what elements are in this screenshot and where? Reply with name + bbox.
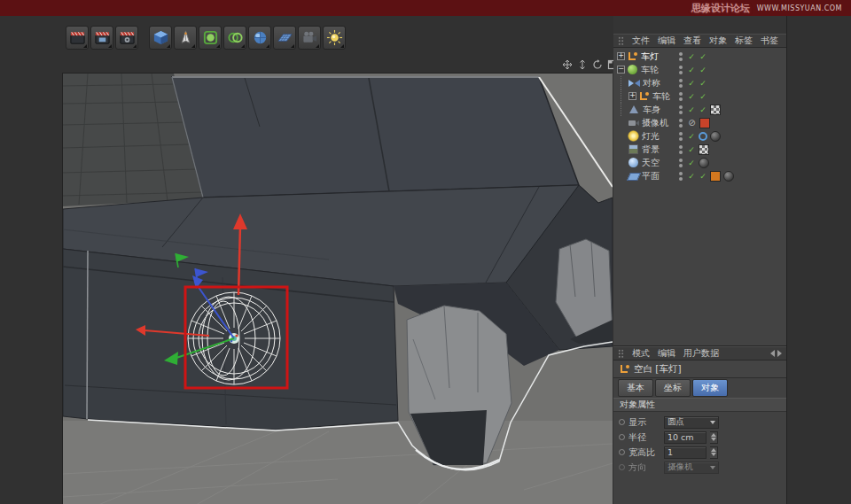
enable-check-icon[interactable]	[687, 66, 696, 74]
visibility-dots[interactable]	[679, 119, 683, 128]
enable-check-icon[interactable]	[687, 172, 696, 181]
camera-tag-icon[interactable]	[699, 118, 710, 128]
expander-icon[interactable]: +	[617, 52, 625, 60]
material-tag-icon[interactable]	[710, 171, 721, 182]
keyframe-dot-icon[interactable]	[619, 449, 625, 455]
enable-check-icon[interactable]	[699, 92, 707, 101]
app-root: 思缘设计论坛 WWW.MISSYUAN.COM	[0, 0, 851, 504]
om-menu-tag[interactable]: 标签	[735, 35, 753, 47]
generator-button[interactable]	[223, 26, 246, 50]
subdivision-surface-button[interactable]	[199, 26, 222, 50]
am-menu-mode[interactable]: 模式	[632, 347, 650, 360]
pan-view-button[interactable]	[561, 58, 573, 70]
render-view-button[interactable]	[66, 26, 89, 50]
history-forward-icon[interactable]	[777, 350, 782, 357]
enable-check-icon[interactable]	[699, 79, 707, 88]
texture-tag-icon[interactable]	[710, 105, 721, 115]
compositing-tag-icon[interactable]	[723, 171, 734, 182]
compositing-tag-icon[interactable]	[699, 158, 709, 168]
visibility-dots[interactable]	[679, 79, 683, 88]
object-row-car-body[interactable]: 车身	[613, 103, 786, 116]
visibility-dots[interactable]	[679, 132, 683, 141]
viewport-canvas[interactable]	[62, 73, 612, 504]
enable-check-icon[interactable]	[687, 145, 696, 154]
object-row-camera[interactable]: 摄像机	[613, 116, 786, 129]
keyframe-dot-icon[interactable]	[619, 419, 625, 425]
om-menu-file[interactable]: 文件	[632, 35, 650, 47]
chevron-down-icon	[710, 421, 715, 424]
orientation-dropdown[interactable]: 摄像机	[664, 461, 719, 474]
radius-stepper[interactable]	[710, 431, 718, 444]
object-row-background[interactable]: 背景	[613, 143, 786, 156]
visibility-dots[interactable]	[679, 52, 683, 61]
tab-basic[interactable]: 基本	[618, 379, 653, 397]
keyframe-dot-icon[interactable]	[619, 434, 625, 440]
tab-coordinates[interactable]: 坐标	[655, 379, 691, 397]
render-settings-button[interactable]	[115, 26, 138, 50]
object-label: 摄像机	[642, 117, 668, 129]
om-menu-view[interactable]: 查看	[683, 35, 701, 47]
aspect-ratio-input[interactable]: 1	[664, 446, 707, 459]
expander-icon[interactable]: +	[628, 92, 636, 100]
enable-check-icon[interactable]	[687, 132, 696, 141]
target-tag-icon[interactable]	[699, 132, 707, 141]
object-row-plane[interactable]: 平面	[613, 169, 786, 182]
enable-check-icon[interactable]	[699, 105, 707, 114]
texture-tag-icon[interactable]	[699, 144, 709, 155]
dropdown-value: 摄像机	[668, 461, 693, 473]
history-back-icon[interactable]	[770, 350, 775, 357]
cube-icon	[152, 29, 169, 46]
enable-check-icon[interactable]	[699, 172, 707, 181]
om-menu-object[interactable]: 对象	[709, 35, 727, 47]
environment-button[interactable]	[248, 26, 271, 50]
camera-button[interactable]	[298, 26, 321, 50]
render-picture-viewer-button[interactable]	[90, 26, 113, 50]
object-properties-header[interactable]: 对象属性	[613, 398, 786, 412]
visibility-dots[interactable]	[679, 172, 683, 181]
visibility-dots[interactable]	[679, 159, 683, 167]
enable-check-icon[interactable]	[687, 52, 696, 61]
display-dropdown[interactable]: 圆点	[664, 416, 719, 429]
object-row-sky[interactable]: 天空	[613, 156, 786, 169]
tab-object[interactable]: 对象	[692, 379, 728, 397]
light-button[interactable]	[323, 26, 346, 50]
floor-button[interactable]	[273, 26, 296, 50]
keyframe-dot-icon[interactable]	[619, 464, 625, 470]
visibility-dots[interactable]	[679, 145, 683, 154]
radius-input[interactable]: 10 cm	[664, 431, 707, 444]
object-row-headlight[interactable]: + 车灯	[613, 50, 786, 63]
enable-check-icon[interactable]	[687, 159, 696, 167]
object-row-wheel-group[interactable]: − 车轮	[613, 63, 786, 76]
compositing-tag-icon[interactable]	[710, 131, 721, 142]
panel-grip-icon[interactable]	[618, 349, 624, 358]
enable-check-icon[interactable]	[699, 52, 707, 61]
symmetry-object-icon	[628, 77, 640, 89]
aspect-ratio-stepper[interactable]	[710, 446, 718, 459]
zoom-view-button[interactable]	[576, 58, 588, 70]
om-menu-bookmark[interactable]: 书签	[761, 35, 778, 47]
banner-url: WWW.MISSYUAN.COM	[757, 4, 842, 12]
enable-check-icon[interactable]	[687, 92, 696, 101]
am-menu-edit[interactable]: 编辑	[658, 347, 675, 360]
object-row-wheel-child[interactable]: + 车轮	[613, 89, 786, 103]
visibility-dots[interactable]	[679, 105, 683, 114]
protection-icon[interactable]	[687, 118, 697, 128]
am-menu-userdata[interactable]: 用户数据	[683, 347, 719, 360]
enable-check-icon[interactable]	[687, 79, 696, 88]
spline-pen-button[interactable]	[174, 26, 197, 50]
enable-check-icon[interactable]	[687, 105, 696, 114]
panel-grip-icon[interactable]	[618, 36, 624, 45]
tree-guide	[621, 76, 628, 89]
object-row-symmetry[interactable]: 对称	[613, 76, 786, 89]
om-menu-edit[interactable]: 编辑	[658, 35, 675, 47]
enable-check-icon[interactable]	[699, 66, 707, 74]
visibility-dots[interactable]	[679, 92, 683, 101]
expander-icon[interactable]: −	[617, 66, 625, 74]
object-row-light[interactable]: 灯光	[613, 129, 786, 143]
rotate-view-button[interactable]	[591, 58, 603, 70]
cube-primitive-button[interactable]	[149, 26, 172, 50]
field-label: 半径	[628, 431, 660, 444]
visibility-dots[interactable]	[679, 66, 683, 74]
chevron-down-icon	[710, 466, 715, 469]
pen-icon	[177, 29, 194, 46]
